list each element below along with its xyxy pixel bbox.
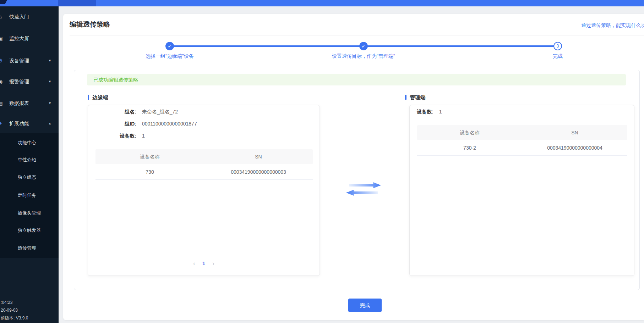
logo-fragment-icon: [0, 0, 7, 4]
extension-icon: ✦: [0, 119, 4, 127]
sidebar-item-label: 监控大屏: [9, 34, 29, 42]
chevron-down-icon: ▼: [48, 99, 51, 107]
sidebar-item-device-management[interactable]: ⚙ 设备管理 ▼: [0, 57, 59, 65]
sidebar-item-label: 快速入门: [9, 13, 29, 21]
edge-device-table: 设备名称 SN 730 00034190000000000003: [95, 149, 313, 180]
column-header-device-name: 设备名称: [95, 149, 204, 164]
manage-field-device-count: 设备数:1: [417, 108, 442, 115]
submenu-item-independent-trigger[interactable]: 独立触发器: [18, 227, 41, 234]
topbar-active-tab[interactable]: [58, 0, 96, 6]
column-header-device-name: 设备名称: [417, 125, 522, 140]
pagination-page-1[interactable]: 1: [202, 261, 205, 266]
bell-icon: ◉: [0, 78, 4, 85]
sidebar-footer-date: 20-09-03: [1, 307, 18, 313]
gear-icon: ⚙: [0, 57, 4, 65]
field-label: 设备数:: [97, 132, 136, 139]
field-label: 设备数:: [417, 109, 433, 115]
table-row: 730-2 00034190000000000004: [417, 140, 627, 156]
table-row: 730 00034190000000000003: [95, 164, 313, 180]
success-alert: 已成功编辑透传策略: [87, 74, 626, 85]
main-area: 编辑透传策略 通过透传策略，能实现什么功 ✓ ✓ 3 选择一组"边缘端"设备 设…: [59, 6, 644, 323]
field-label: 组ID:: [97, 120, 136, 127]
field-value: 1: [439, 109, 442, 115]
sidebar-item-extended-functions[interactable]: ✦ 扩展功能 ▲: [0, 119, 59, 127]
sidebar: ⌂ 快速入门 ▣ 监控大屏 ⚙ 设备管理 ▼ ◉ 报警管理 ▼ ▤ 数据报表 ▼…: [0, 0, 59, 323]
field-value: 1: [142, 132, 145, 139]
pagination-prev-icon[interactable]: ‹: [193, 259, 195, 268]
manage-section-title: 管理端: [405, 94, 426, 101]
help-link[interactable]: 通过透传策略，能实现什么功: [581, 22, 644, 29]
sidebar-item-label: 扩展功能: [9, 119, 29, 127]
step-3-label: 完成: [497, 53, 618, 60]
home-icon: ⌂: [0, 13, 4, 21]
manage-device-table: 设备名称 SN 730-2 00034190000000000004: [417, 125, 627, 156]
field-value: 未命名_组名_72: [142, 108, 178, 115]
cell-device-name: 730: [95, 164, 204, 179]
section-bar-icon: [88, 95, 89, 100]
edge-section-title-text: 边缘端: [92, 94, 108, 100]
page-title: 编辑透传策略: [70, 20, 110, 29]
step-2-label: 设置透传目标，作为"管理端": [303, 53, 424, 60]
manage-card: 设备数:1 设备名称 SN 730-2 00034190000000000004: [409, 105, 634, 276]
cell-device-name: 730-2: [417, 140, 522, 155]
transfer-arrows-icon: [346, 182, 382, 196]
sidebar-item-label: 数据报表: [9, 99, 29, 107]
chevron-up-icon: ▲: [48, 119, 51, 127]
table-header-row: 设备名称 SN: [95, 149, 313, 164]
sidebar-footer-version: 前版本: V3.9.0: [1, 315, 28, 321]
sidebar-item-data-report[interactable]: ▤ 数据报表 ▼: [0, 99, 59, 107]
top-navbar: [0, 0, 644, 6]
finish-button[interactable]: 完成: [348, 299, 382, 312]
sidebar-item-quick-start[interactable]: ⌂ 快速入门: [0, 13, 59, 21]
section-bar-icon: [405, 95, 406, 100]
content-card: 编辑透传策略 通过透传策略，能实现什么功 ✓ ✓ 3 选择一组"边缘端"设备 设…: [63, 14, 644, 320]
title-divider: [70, 35, 644, 35]
result-panel: 已成功编辑透传策略 边缘端 组名: 未命名_组名_72 组ID: 0001100…: [74, 70, 640, 290]
pagination-next-icon[interactable]: ›: [212, 259, 214, 268]
step-1-label: 选择一组"边缘端"设备: [109, 53, 230, 60]
field-label: 组名:: [97, 108, 136, 115]
column-header-sn: SN: [204, 149, 313, 164]
submenu-item-camera-management[interactable]: 摄像头管理: [18, 210, 41, 217]
step-3-circle: 3: [553, 42, 562, 50]
chevron-down-icon: ▼: [48, 78, 51, 85]
arrow-left-icon: [346, 190, 378, 196]
sidebar-submenu: 功能中心 中性介绍 独立组态 定时任务 摄像头管理 独立触发器 透传管理: [0, 133, 59, 258]
sidebar-item-monitor-screen[interactable]: ▣ 监控大屏: [0, 34, 59, 42]
cell-sn: 00034190000000000004: [522, 140, 627, 155]
sidebar-item-label: 报警管理: [9, 78, 29, 85]
field-value: 00011000000000001877: [142, 120, 197, 127]
pagination: ‹ 1 ›: [88, 259, 320, 268]
submenu-item-function-center[interactable]: 功能中心: [18, 139, 36, 146]
column-header-sn: SN: [522, 125, 627, 140]
step-2-circle: ✓: [359, 42, 368, 50]
manage-section-title-text: 管理端: [410, 94, 426, 100]
submenu-item-passthrough-management[interactable]: 透传管理: [18, 245, 36, 252]
arrow-right-icon: [349, 182, 381, 188]
sidebar-footer-time: :04:23: [1, 300, 12, 305]
screen: ⌂ 快速入门 ▣ 监控大屏 ⚙ 设备管理 ▼ ◉ 报警管理 ▼ ▤ 数据报表 ▼…: [0, 0, 644, 323]
cell-sn: 00034190000000000003: [204, 164, 313, 179]
submenu-item-scheduled-task[interactable]: 定时任务: [18, 192, 36, 199]
table-header-row: 设备名称 SN: [417, 125, 627, 140]
sidebar-item-label: 设备管理: [9, 57, 29, 65]
sidebar-item-alarm-management[interactable]: ◉ 报警管理 ▼: [0, 78, 59, 85]
edge-card: 组名: 未命名_组名_72 组ID: 00011000000000001877 …: [88, 105, 320, 276]
chevron-down-icon: ▼: [48, 57, 51, 65]
edge-section-title: 边缘端: [88, 94, 108, 101]
step-1-circle: ✓: [165, 42, 174, 50]
submenu-item-independent-configuration[interactable]: 独立组态: [18, 174, 36, 181]
report-icon: ▤: [0, 99, 4, 107]
monitor-icon: ▣: [0, 34, 4, 42]
submenu-item-neutral-introduction[interactable]: 中性介绍: [18, 156, 36, 163]
